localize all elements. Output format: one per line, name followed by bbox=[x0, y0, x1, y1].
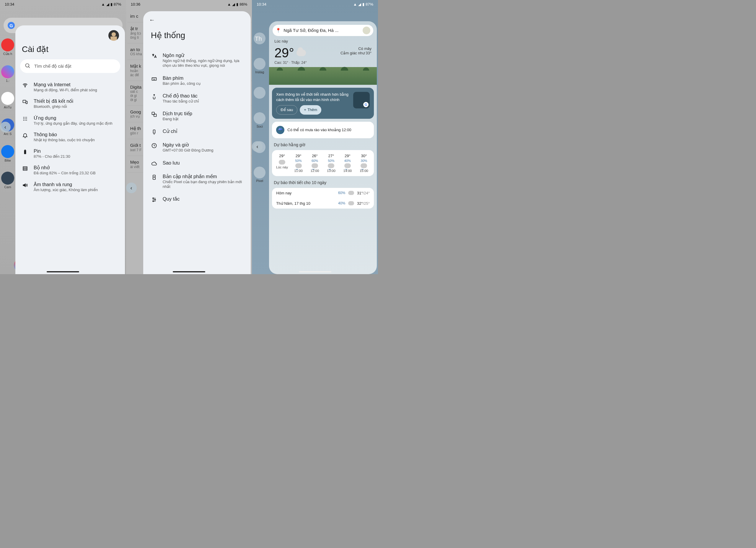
svg-point-2 bbox=[25, 87, 25, 87]
system-row-keyboard[interactable]: Bàn phímBàn phím ảo, công cụ bbox=[143, 72, 251, 89]
back-chevron[interactable]: ‹ bbox=[0, 122, 11, 132]
location-text: Ngã Tư Sở, Đống Đa, Hà ... bbox=[283, 28, 338, 33]
system-row-clock[interactable]: Ngày và giờGMT+07:00 Giờ Đông Dương bbox=[143, 138, 251, 156]
svg-point-8 bbox=[23, 118, 24, 119]
svg-rect-4 bbox=[26, 101, 27, 104]
add-button[interactable]: +Thêm bbox=[300, 105, 321, 115]
weather-icon bbox=[344, 163, 351, 168]
settings-row-sound[interactable]: Âm thanh và rungÂm lượng, xúc giác, Khôn… bbox=[15, 179, 125, 195]
nav-pill[interactable] bbox=[173, 271, 205, 272]
svg-point-10 bbox=[26, 118, 27, 119]
svg-point-0 bbox=[26, 63, 29, 67]
status-bar: 10:34 ▲ ◢ ▮ 87% bbox=[0, 0, 126, 8]
hour-col: 29° 50% 11:00 bbox=[290, 154, 307, 172]
system-row-lang[interactable]: Ngôn ngữNgôn ngữ hệ thống, ngôn ngữ ứng … bbox=[143, 49, 251, 72]
search-icon bbox=[25, 63, 31, 70]
status-right: ▲ ◢ ▮ 87% bbox=[101, 2, 121, 6]
back-chevron[interactable]: ‹ bbox=[126, 182, 137, 193]
back-button[interactable]: ← bbox=[143, 17, 251, 30]
home-apps-column: Cửa h 1.: AnTu Arc S Bitw Cam bbox=[1, 38, 14, 189]
battery-icon bbox=[22, 149, 28, 155]
weather-icon bbox=[348, 191, 354, 195]
svg-line-1 bbox=[29, 66, 30, 68]
later-button[interactable]: Để sau bbox=[276, 105, 297, 115]
svg-point-6 bbox=[25, 117, 26, 118]
profile-avatar[interactable] bbox=[108, 30, 119, 41]
lang-icon bbox=[151, 53, 157, 59]
google-icon: G bbox=[8, 22, 15, 29]
system-sheet: ← Hệ thống Ngôn ngữNgôn ngữ hệ thống, ng… bbox=[143, 11, 251, 274]
day-row[interactable]: Hôm nay 60% 31°/24° bbox=[272, 188, 374, 198]
day-row[interactable]: Thứ Năm, 17 thg 10 40% 32°/25° bbox=[272, 198, 374, 208]
illustration bbox=[269, 67, 377, 85]
weather-icon bbox=[312, 163, 318, 168]
location-pill[interactable]: 📍 Ngã Tư Sở, Đống Đa, Hà ... bbox=[273, 25, 373, 36]
cloud-icon bbox=[151, 161, 157, 167]
hour-col: 30° 30% 15:00 bbox=[356, 154, 372, 172]
system-row-gesture[interactable]: Chế độ thao tácThao tác bằng cử chỉ bbox=[143, 89, 251, 107]
storage-icon bbox=[22, 165, 28, 171]
svg-rect-14 bbox=[24, 150, 26, 154]
svg-point-11 bbox=[23, 120, 24, 120]
hourly-forecast[interactable]: 29° Lúc này 29° 50% 11:00 26° 60% 12:00 … bbox=[272, 150, 374, 176]
status-time: 10:34 bbox=[5, 2, 14, 6]
hour-col: 27° 50% 13:00 bbox=[323, 154, 339, 172]
svg-point-26 bbox=[154, 199, 155, 200]
system-row-translate[interactable]: Dịch trực tiếpĐang bật bbox=[143, 107, 251, 125]
weather-sheet: 📍 Ngã Tư Sở, Đống Đa, Hà ... Lúc này 29°… bbox=[269, 21, 377, 274]
system-row-cloud[interactable]: Sao lưu bbox=[143, 156, 251, 170]
weather-icon bbox=[279, 160, 285, 164]
update-icon bbox=[151, 174, 157, 180]
weather-icon bbox=[361, 163, 367, 168]
clock-icon bbox=[151, 143, 157, 149]
current-temp: 29° bbox=[274, 46, 306, 59]
hourly-title: Dự báo hằng giờ bbox=[269, 141, 377, 149]
rain-alert-card[interactable]: ☔ Có thể có mưa rào vào khoảng 12:00 bbox=[272, 122, 374, 138]
status-time: 10:34 bbox=[257, 2, 266, 6]
promo-preview bbox=[353, 92, 370, 108]
profile-avatar[interactable] bbox=[363, 27, 370, 34]
svg-rect-15 bbox=[25, 150, 25, 150]
svg-point-25 bbox=[153, 198, 154, 198]
rules-icon bbox=[151, 197, 157, 203]
settings-row-devices[interactable]: Thiết bị đã kết nốiBluetooth, ghép nối bbox=[15, 95, 125, 112]
weather-icon bbox=[348, 201, 354, 205]
system-row-hand[interactable]: Cử chỉ bbox=[143, 125, 251, 138]
settings-search[interactable]: Tìm chế độ cài đặt bbox=[20, 59, 120, 73]
settings-row-wifi[interactable]: Mạng và InternetMạng di động, Wi-Fi, điể… bbox=[15, 79, 125, 95]
system-row-update[interactable]: Bản cập nhật phần mềmChiếc Pixel của bạn… bbox=[143, 170, 251, 193]
svg-rect-3 bbox=[23, 100, 26, 102]
keyboard-icon bbox=[151, 76, 157, 82]
daily-forecast[interactable]: Hôm nay 60% 31°/24° Thứ Năm, 17 thg 10 4… bbox=[272, 188, 374, 208]
now-label: Lúc này bbox=[274, 39, 372, 43]
wifi-icon: ▲ bbox=[101, 2, 105, 6]
cloud-icon bbox=[296, 50, 306, 56]
weather-icon bbox=[295, 163, 302, 168]
page-title: Hệ thống bbox=[143, 30, 251, 49]
nav-pill[interactable] bbox=[299, 271, 331, 272]
devices-icon bbox=[22, 99, 28, 105]
nav-pill[interactable] bbox=[47, 271, 79, 272]
status-bar: 10:36 ▲◢▮86% bbox=[126, 0, 252, 8]
settings-row-battery[interactable]: Pin87% - Cho đến 21:30 bbox=[15, 145, 125, 162]
settings-row-storage[interactable]: Bộ nhớĐã dùng 82% – Còn trống 23,32 GB bbox=[15, 162, 125, 178]
battery-icon: ▮ bbox=[110, 2, 113, 6]
svg-point-12 bbox=[25, 120, 26, 120]
svg-rect-19 bbox=[152, 77, 156, 80]
svg-point-9 bbox=[25, 118, 26, 119]
rain-icon: ☔ bbox=[276, 126, 284, 134]
status-bar: 10:34 ▲◢▮87% bbox=[252, 0, 378, 8]
svg-point-7 bbox=[26, 117, 27, 118]
system-row-rules[interactable]: Quy tắc bbox=[143, 192, 251, 206]
signal-icon: ◢ bbox=[106, 2, 109, 6]
settings-row-apps[interactable]: Ứng dụngTrợ lý, ứng dụng gần đây, ứng dụ… bbox=[15, 112, 125, 129]
shortcut-promo-card: Xem thông tin về thời tiết nhanh hơn bằn… bbox=[272, 88, 374, 119]
search-placeholder: Tìm chế độ cài đặt bbox=[34, 63, 71, 69]
daily-title: Dự báo thời tiết cho 10 ngày bbox=[269, 179, 377, 187]
gesture-icon bbox=[151, 94, 157, 99]
svg-rect-18 bbox=[23, 169, 27, 170]
settings-row-notif[interactable]: Thông báoNhật ký thông báo, cuộc trò chu… bbox=[15, 129, 125, 145]
sound-icon bbox=[22, 182, 28, 188]
svg-point-5 bbox=[23, 117, 24, 118]
wifi-icon bbox=[22, 82, 28, 88]
